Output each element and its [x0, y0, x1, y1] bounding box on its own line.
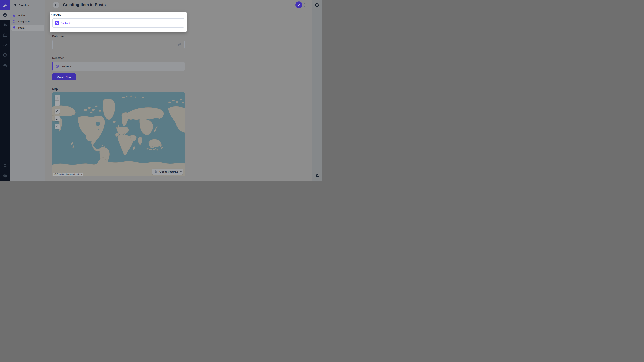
notice-accent-bar: [52, 62, 53, 71]
box-icon: [3, 12, 8, 17]
module-insights[interactable]: [0, 40, 10, 50]
repeater-empty-text: No items: [62, 65, 72, 68]
right-sidebar-collapsed: [312, 0, 322, 181]
more-options-button[interactable]: [303, 1, 306, 8]
repeater-empty-notice: No items: [52, 62, 185, 71]
zoom-out-button[interactable]: [55, 100, 60, 106]
minus-icon: [56, 102, 58, 105]
back-button[interactable]: [53, 1, 59, 8]
help-icon: ?: [3, 53, 8, 57]
create-new-button[interactable]: Create New: [52, 73, 76, 80]
module-user-directory[interactable]: [0, 20, 10, 30]
field-edited-dot: [51, 14, 52, 15]
sidebar-item-label: Posts: [18, 26, 25, 29]
database-icon: [12, 26, 16, 29]
map-field-label: Map: [52, 88, 58, 91]
info-sidebar-button[interactable]: [315, 3, 319, 7]
revisions-clock-icon: [315, 174, 319, 178]
navigation-sidebar: Directus Author Languages Posts: [10, 0, 45, 181]
map-zoom-controls: [55, 95, 60, 106]
toggle-field-spotlight-card: Toggle Enabled: [50, 12, 187, 32]
check-icon: [56, 22, 58, 24]
arrow-left-icon: [54, 3, 58, 7]
sidebar-item-author[interactable]: Author: [12, 12, 44, 18]
sidebar-item-label: Author: [18, 14, 26, 16]
add-location-icon: [56, 125, 59, 128]
svg-text:?: ?: [4, 54, 6, 56]
check-icon: [297, 3, 301, 7]
account-circle-icon: [3, 174, 7, 178]
rabbit-logo-icon: [2, 2, 8, 8]
project-name: Directus: [19, 3, 29, 6]
create-new-label: Create New: [57, 76, 71, 78]
module-settings[interactable]: [0, 60, 10, 70]
module-help[interactable]: ?: [0, 50, 10, 60]
sidebar-item-posts[interactable]: Posts: [12, 25, 44, 31]
app-window: ?: [0, 0, 322, 181]
calendar-icon[interactable]: [178, 43, 182, 46]
sidebar-item-label: Languages: [18, 20, 31, 23]
toggle-field-input[interactable]: Enabled: [52, 18, 184, 28]
users-icon: [3, 23, 8, 27]
add-location-button[interactable]: [55, 124, 60, 129]
zoom-in-button[interactable]: [55, 95, 60, 100]
directus-logo-button[interactable]: [0, 0, 10, 10]
folder-icon: [3, 33, 8, 37]
map-fold-icon: [154, 170, 158, 173]
info-icon: [56, 64, 59, 68]
map-attribution[interactable]: © OpenStreetMap contributors: [53, 173, 83, 176]
settings-icon: [3, 63, 8, 67]
module-content[interactable]: [0, 10, 10, 20]
geolocate-icon: [56, 110, 59, 113]
kebab-menu-icon: [304, 3, 305, 4]
checkbox-checked[interactable]: [55, 21, 59, 25]
sidebar-item-languages[interactable]: Languages: [12, 18, 44, 24]
toggle-value-label: Enabled: [61, 22, 70, 24]
insights-icon: [3, 43, 8, 47]
project-fan-icon: [14, 3, 17, 6]
toggle-field-label: Toggle: [52, 13, 61, 16]
database-icon: [12, 13, 16, 17]
plus-icon: [56, 96, 58, 99]
geolocate-button[interactable]: [55, 109, 60, 114]
basemap-selector[interactable]: OpenStreetMap: [152, 169, 183, 175]
world-map-image: [52, 92, 185, 176]
info-icon: [315, 3, 319, 7]
basemap-label: OpenStreetMap: [160, 170, 178, 173]
chevron-down-icon: [180, 170, 182, 173]
datetime-input[interactable]: [52, 40, 185, 49]
database-icon: [12, 20, 16, 23]
revisions-sidebar-button[interactable]: [315, 174, 319, 178]
save-button[interactable]: [295, 1, 302, 8]
fullscreen-button[interactable]: [55, 116, 60, 121]
module-bar: ?: [0, 0, 10, 181]
notifications-button[interactable]: [0, 161, 10, 171]
map-canvas[interactable]: © OpenStreetMap contributors OpenStreetM…: [52, 92, 185, 176]
account-button[interactable]: [0, 171, 10, 181]
bell-icon: [3, 164, 7, 168]
page-title: Creating Item in Posts: [63, 2, 106, 7]
datetime-field-label: DateTime: [52, 35, 64, 38]
fullscreen-icon: [56, 117, 59, 120]
module-file-library[interactable]: [0, 30, 10, 40]
repeater-field-label: Repeater: [52, 57, 64, 60]
project-chooser[interactable]: Directus: [10, 0, 45, 10]
